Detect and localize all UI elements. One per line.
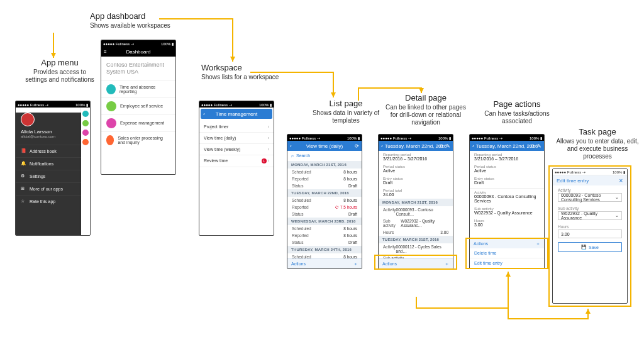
menu-item[interactable]: 📕Address book: [16, 145, 90, 157]
workspace-dot[interactable]: [82, 120, 89, 126]
kv-row[interactable]: StatusDraft: [287, 239, 362, 246]
field-label: Period total: [379, 187, 453, 192]
actions-bar[interactable]: Actions ＋: [287, 258, 362, 268]
workspace-dot[interactable]: [82, 130, 89, 136]
menu-item-label: More of our apps: [30, 187, 63, 191]
svg-marker-2: [331, 92, 336, 97]
section-header: THURSDAY, MARCH 24TH, 2016: [287, 246, 362, 253]
list-item[interactable]: Review time1 ›: [199, 155, 274, 167]
hours-input[interactable]: 3.00: [558, 229, 622, 238]
kv-row[interactable]: Reported8 hours: [287, 175, 362, 182]
action-link[interactable]: Edit time entry: [470, 258, 544, 268]
kv-row[interactable]: Hours3.00: [379, 229, 453, 236]
section-header: MONDAY, MARCH 21ST, 2016: [379, 199, 453, 206]
search-placeholder: Search: [296, 153, 310, 158]
chevron-down-icon: ⌄: [615, 195, 619, 200]
modal-title: Edit time entry: [557, 178, 589, 184]
kv-row[interactable]: Scheduled8 hours: [287, 225, 362, 232]
list-item[interactable]: Project timer ›: [199, 121, 274, 133]
actions-bar[interactable]: Actions ＋: [379, 258, 453, 268]
list-item[interactable]: View time (daily) ›: [199, 133, 274, 144]
kv-row[interactable]: Scheduled8 hours: [287, 197, 362, 204]
label-title: List page: [302, 99, 390, 108]
user-email: alicial@contoso.com: [21, 135, 90, 138]
actions-bar[interactable]: Actions ＋: [470, 238, 544, 248]
kv-row[interactable]: Reported8 hours: [287, 232, 362, 239]
workspace-dot[interactable]: [82, 111, 89, 117]
chevron-down-icon: ⌄: [615, 213, 619, 218]
status-bar: ●●●●● Fullness ⇢100% ▮: [101, 40, 175, 47]
title-bar: ‹ Time management: [201, 109, 272, 119]
menu-item-icon: 🔔: [21, 161, 26, 167]
workspace-tile[interactable]: Time and absence reporting: [101, 80, 175, 97]
field-value: W022932 - Quality Assurance: [470, 211, 544, 217]
kv-row[interactable]: Activity00000093 - Contoso Consult…: [379, 206, 453, 218]
screen-title: Tuesday, March 22nd, 2016: [476, 143, 538, 149]
kv-row[interactable]: StatusDraft: [287, 182, 362, 189]
subactivity-select[interactable]: W022932 - Quality Assurance ⌄: [558, 211, 622, 220]
refresh-icon[interactable]: ⟳: [531, 143, 535, 149]
workspace-tile[interactable]: Sales order processing and inquiry: [101, 131, 175, 148]
side-strip: [81, 108, 90, 235]
workspace-tile[interactable]: Employee self service: [101, 97, 175, 114]
refresh-icon[interactable]: ⟳: [440, 143, 444, 149]
hamburger-icon[interactable]: ≡: [104, 49, 107, 55]
kv-row[interactable]: Sub activityW022932 - Quality Assuranc…: [379, 218, 453, 229]
label-dashboard: App dashboard Shows available workspaces: [90, 11, 191, 30]
plus-icon[interactable]: ＋: [445, 261, 449, 267]
phone-listpage: ●●●●● Fullness ⇢100% ▮ ‹ View time (dail…: [287, 134, 362, 269]
back-icon[interactable]: ‹: [203, 111, 205, 117]
list-item-label: View time (weekly): [204, 147, 240, 152]
back-icon[interactable]: ‹: [472, 143, 474, 149]
label-desc: Shows available workspaces: [90, 22, 191, 30]
phone-dashboard: ●●●●● Fullness ⇢100% ▮ ≡ Dashboard Conto…: [101, 40, 176, 175]
back-icon[interactable]: ‹: [381, 143, 383, 149]
refresh-icon[interactable]: ⟳: [355, 143, 359, 149]
action-link[interactable]: Delete time: [470, 248, 544, 258]
edit-icon[interactable]: ✎: [537, 143, 541, 149]
search-row[interactable]: ⌕ Search: [287, 151, 362, 160]
svg-marker-5: [586, 309, 591, 314]
close-icon[interactable]: ✕: [619, 178, 623, 184]
title-bar: ‹ View time (daily) ⟳: [287, 141, 362, 151]
floppy-icon: 💾: [581, 245, 587, 250]
label-pageactions: Page actions Can have tasks/actions asso…: [473, 99, 561, 125]
company-name: Contoso Entertainment System USA: [101, 57, 175, 80]
title-bar: ‹ Tuesday, March 22nd, 2016 ⟳✎: [379, 141, 453, 151]
kv-row[interactable]: Reported⏱ 7.5 hours: [287, 204, 362, 211]
label-desc: Can have tasks/actions associated: [473, 110, 561, 125]
status-bar: ●●●●● Fullness ⇢100% ▮: [199, 101, 274, 108]
workspace-tile[interactable]: Expense management: [101, 114, 175, 131]
menu-item[interactable]: 🔔Notifications: [16, 157, 90, 170]
title-bar: ‹ Tuesday, March 22nd, 2016 ⟳✎: [470, 141, 544, 151]
actions-label: Actions: [474, 241, 488, 246]
field-label: Period status: [470, 163, 544, 168]
kv-row[interactable]: StatusDraft: [287, 211, 362, 218]
edit-icon[interactable]: ✎: [446, 143, 450, 149]
field-value: Draft: [379, 180, 453, 187]
list-item-label: Project timer: [204, 124, 228, 129]
field-value: Draft: [470, 180, 544, 187]
list-item[interactable]: View time (weekly) ›: [199, 144, 274, 155]
menu-item-label: Notifications: [30, 162, 53, 166]
avatar[interactable]: [21, 113, 35, 126]
menu-item[interactable]: ⚙Settings: [16, 170, 90, 182]
plus-icon[interactable]: ＋: [353, 261, 358, 267]
workspace-dot[interactable]: [82, 139, 89, 145]
save-button[interactable]: 💾 Save: [558, 242, 622, 252]
kv-row[interactable]: Activity00000112 - Cycles Sales and…: [379, 243, 453, 255]
menu-item[interactable]: ⊞More of our apps: [16, 182, 90, 195]
kv-row[interactable]: Scheduled8 hours: [287, 253, 362, 258]
list-item-label: View time (daily): [204, 136, 236, 140]
field-value: 00000093 - Contoso Consulting Services: [470, 194, 544, 205]
field-value: Active: [470, 168, 544, 175]
activity-select[interactable]: 00000093 - Contoso Consulting Services ⌄: [558, 193, 622, 202]
back-icon[interactable]: ‹: [290, 143, 292, 149]
menu-item[interactable]: ☆Rate this app: [16, 195, 90, 207]
field-value: 3.00: [470, 223, 544, 229]
menu-item-icon: ⊞: [21, 186, 26, 192]
kv-row[interactable]: Scheduled8 hours: [287, 168, 362, 175]
plus-icon[interactable]: ＋: [536, 241, 540, 247]
field-label: Sub activity: [470, 205, 544, 211]
field-value: 3/21/2016 – 3/27/2016: [379, 157, 453, 163]
